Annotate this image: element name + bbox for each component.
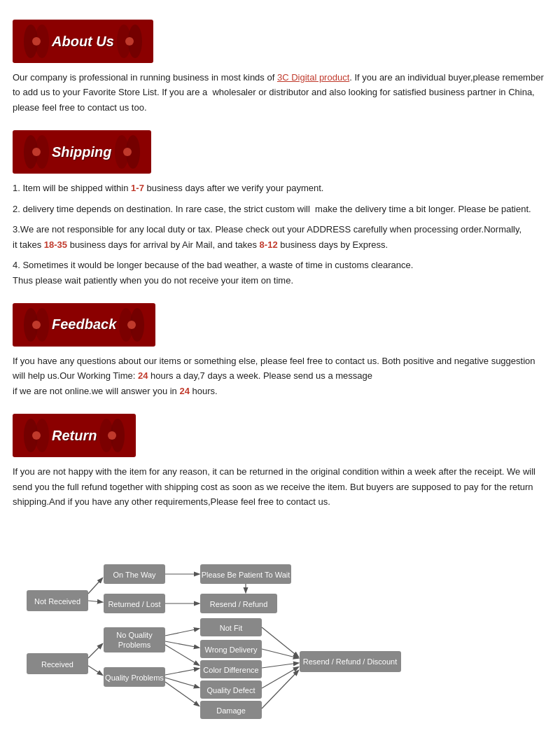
not-fit-label: Not Fit [220,624,242,632]
feedback-left-wing-icon [24,307,49,342]
resend-refund-label: Resend / Refund [210,600,268,608]
svg-line-51 [262,627,298,657]
shipping-header: Shipping [13,130,547,174]
no-quality-label2: Problems [118,641,151,649]
svg-point-2 [32,37,41,46]
highlight-24-1: 24 [138,370,148,381]
svg-point-14 [32,321,41,329]
highlight-1-7: 1-7 [131,183,144,193]
quality-problems-label: Quality Problems [105,673,164,682]
svg-line-46 [165,641,199,648]
shipping-banner: Shipping [13,130,151,174]
shipping-item-3: 3.We are not responsible for any local d… [13,222,547,252]
svg-line-54 [262,667,298,688]
shipping-item-4: 4. Sometimes it would be longer because … [13,258,547,288]
right-wing-icon [117,24,142,59]
not-received-label: Not Received [34,597,80,606]
return-header: Return [13,414,547,457]
svg-line-53 [262,663,298,668]
svg-line-50 [165,682,199,706]
svg-line-47 [165,645,199,665]
about-us-header: About Us [13,20,547,63]
highlight-8-12: 8-12 [260,239,278,250]
svg-line-45 [165,629,199,636]
return-title: Return [52,428,97,444]
svg-point-8 [32,148,41,156]
no-quality-label: No Quality [116,631,153,639]
color-diff-label: Color Difference [203,666,258,674]
quality-defect-label: Quality Defect [206,686,255,694]
flowchart-svg: Not Received On The Way Returned / Lost … [20,538,419,723]
damage-label: Damage [216,706,246,715]
about-us-title: About Us [52,34,114,50]
feedback-header: Feedback [13,303,547,347]
shipping-left-wing-icon [24,134,49,169]
flowchart-container: Not Received On The Way Returned / Lost … [20,538,419,723]
svg-line-44 [88,666,102,675]
shipping-item-2: 2. delivery time depends on destination.… [13,202,547,216]
svg-line-52 [262,649,298,658]
highlight-3c: 3C Digital product [277,72,349,83]
svg-line-55 [262,671,298,708]
shipping-content: 1. Item will be shipped within 1-7 busin… [13,181,547,288]
received-label: Received [41,660,74,669]
highlight-18-35: 18-35 [44,239,67,250]
highlight-24-2: 24 [179,386,189,396]
feedback-body: If you have any questions about our item… [13,354,547,398]
shipping-item-1: 1. Item will be shipped within 1-7 busin… [13,181,547,195]
return-banner: Return [13,414,136,457]
about-us-banner: About Us [13,20,153,63]
resend-refund-discount-label: Resend / Refund / Discount [303,657,398,666]
shipping-right-wing-icon [115,134,140,169]
feedback-right-wing-icon [119,307,144,342]
return-right-wing-icon [99,418,125,453]
please-be-patient-label: Please Be Patient To Wait [202,571,290,579]
svg-line-43 [88,644,102,658]
svg-line-38 [88,578,102,594]
return-left-wing-icon [24,418,49,453]
feedback-title: Feedback [52,316,116,333]
svg-line-49 [165,678,199,687]
svg-line-48 [165,669,199,675]
shipping-title: Shipping [52,144,112,160]
svg-point-20 [32,431,41,440]
svg-line-39 [88,601,102,602]
returned-lost-label: Returned / Lost [108,600,160,608]
on-the-way-label: On The Way [113,571,156,579]
left-wing-icon [24,24,49,59]
about-us-body: Our company is professional in running b… [13,70,547,115]
wrong-delivery-label: Wrong Delivery [205,645,258,654]
return-body: If you are not happy with the item for a… [13,464,547,509]
feedback-banner: Feedback [13,303,155,347]
